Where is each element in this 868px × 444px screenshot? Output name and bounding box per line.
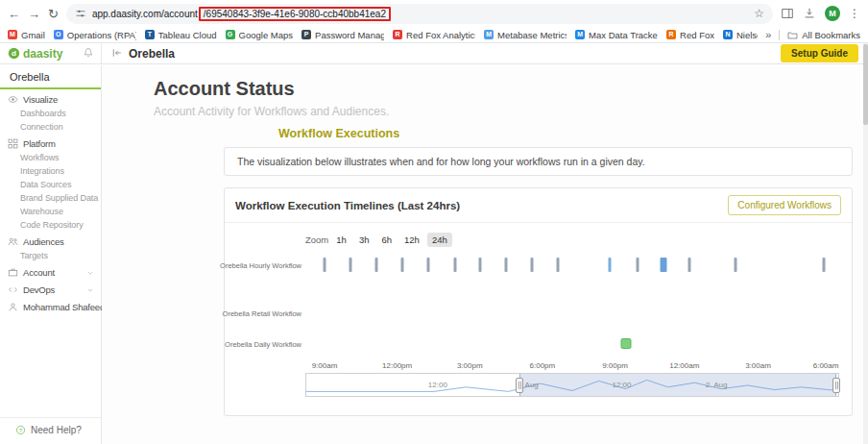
x-axis-label: 9:00pm: [602, 361, 628, 370]
hourly-run-mark: [734, 258, 736, 272]
sidebar-item-targets[interactable]: Targets: [0, 249, 101, 262]
profile-avatar[interactable]: M: [825, 6, 840, 21]
url-host: app.daasity.com/account: [92, 9, 198, 19]
zoom-button-1h[interactable]: 1h: [331, 233, 351, 247]
chevron-down-icon: [86, 269, 94, 277]
scrollbar-thumb[interactable]: [863, 44, 868, 125]
hourly-run-mark: [453, 258, 456, 272]
hourly-run-mark: [324, 258, 326, 272]
zoom-button-12h[interactable]: 12h: [399, 233, 424, 247]
sidebar-item-devops[interactable]: DevOps: [0, 280, 101, 297]
eye-icon: [8, 94, 18, 105]
bookmark-item-metabase-metrics-li[interactable]: MMetabase Metrics Li...: [484, 30, 567, 40]
page-heading: Account Status: [154, 78, 868, 100]
navigator-handle-left[interactable]: [516, 378, 523, 393]
forward-icon[interactable]: →: [28, 8, 40, 20]
configured-workflows-button[interactable]: Configured Workflows: [728, 195, 841, 215]
sidebar-item-connection[interactable]: Connection: [0, 120, 101, 134]
bookmark-label: Password Manager f...: [315, 30, 384, 40]
bookmark-star-icon[interactable]: ☆: [754, 7, 764, 20]
category-label-orebella-retail-workflow: Orebella Retail Workflow: [223, 309, 301, 318]
all-bookmarks-button[interactable]: All Bookmarks: [787, 30, 860, 40]
bookmark-label: Gmail: [21, 30, 45, 40]
bookmark-label: Operations (RPA) | T...: [67, 30, 136, 40]
hourly-run-mark: [608, 258, 611, 272]
reload-icon[interactable]: ↻: [48, 8, 59, 20]
sidebar-item-code-repository[interactable]: Code Repository: [0, 218, 101, 232]
download-icon[interactable]: [803, 7, 816, 20]
bookmark-item-max-data-tracker[interactable]: MMax Data Tracker -...: [575, 30, 658, 40]
sidebar-item-account[interactable]: Account: [0, 262, 101, 280]
zoom-button-3h[interactable]: 3h: [354, 233, 374, 247]
site-settings-icon[interactable]: [75, 8, 86, 19]
bookmark-favicon: P: [301, 30, 311, 39]
sidebar-item-workflows[interactable]: Workflows: [0, 151, 101, 164]
browser-toolbar: ← → ↻ app.daasity.com/account/69540843-3…: [0, 0, 868, 27]
navigator-handle-right[interactable]: [832, 378, 840, 393]
bookmark-item-tableau-cloud[interactable]: TTableau Cloud: [145, 30, 217, 40]
hourly-run-mark: [400, 258, 403, 272]
timeline-card-header: Workflow Execution Timelines (Last 24hrs…: [225, 188, 852, 223]
sidebar-item-mohammad-shafeeque[interactable]: Mohammad Shafeeque: [0, 297, 101, 314]
sidebar-item-platform[interactable]: Platform: [0, 134, 101, 151]
side-panel-icon[interactable]: [781, 7, 794, 20]
hourly-run-mark: [636, 258, 639, 272]
sidebar-group-label: Audiences: [23, 236, 64, 247]
hourly-run-mark: [687, 258, 690, 272]
category-label-orebella-daily-workflow: Orebella Daily Workflow: [225, 340, 301, 349]
users-icon: [8, 236, 18, 247]
bookmark-item-red-fox[interactable]: RRed Fox: [666, 30, 714, 40]
bookmark-favicon: T: [145, 30, 155, 39]
hourly-run-mark: [505, 258, 508, 272]
bookmark-favicon: R: [666, 30, 676, 39]
daasity-logo[interactable]: d daasity: [8, 47, 62, 61]
sidebar-item-dashboards[interactable]: Dashboards: [0, 107, 101, 120]
workflow-executions-section: Workflow Executions The visualization be…: [224, 127, 853, 416]
back-icon[interactable]: ←: [8, 8, 20, 20]
bookmark-item-google-maps[interactable]: GGoogle Maps: [226, 30, 294, 40]
url-text: app.daasity.com/account/69540843-3f9e-41…: [92, 7, 391, 21]
daasity-logo-mark: d: [8, 47, 20, 60]
sidebar-item-visualize[interactable]: Visualize: [0, 89, 101, 107]
bookmark-item-operations-rpa-t[interactable]: OOperations (RPA) | T...: [54, 30, 136, 40]
bookmark-label: Max Data Tracker -...: [589, 30, 658, 40]
navigator-selection[interactable]: [519, 374, 836, 396]
page-scrollbar[interactable]: [863, 43, 868, 444]
sidebar-item-data-sources[interactable]: Data Sources: [0, 178, 101, 191]
bookmark-item-red-fox-analytics[interactable]: RRed Fox Analytics: [393, 30, 475, 40]
collapse-sidebar-icon[interactable]: [111, 45, 123, 62]
x-axis-label: 9:00am: [312, 361, 338, 370]
sidebar-item-integrations[interactable]: Integrations: [0, 164, 101, 178]
address-bar[interactable]: app.daasity.com/account/69540843-3f9e-41…: [66, 4, 773, 24]
folder-icon: [787, 30, 798, 40]
bookmarks-overflow-icon[interactable]: »: [765, 29, 771, 40]
zoom-button-24h[interactable]: 24h: [427, 233, 452, 247]
notifications-bell-icon[interactable]: [83, 45, 94, 62]
briefcase-icon: [8, 267, 18, 278]
setup-guide-button[interactable]: Setup Guide: [781, 44, 858, 62]
navigator-axis-label: 12:00: [613, 381, 632, 389]
main-content: Account Status Account Activity for Work…: [102, 65, 868, 444]
need-help-button[interactable]: ? Need Help?: [0, 417, 101, 444]
sidebar-item-audiences[interactable]: Audiences: [0, 232, 101, 249]
x-axis-label: 6:00pm: [530, 361, 556, 370]
bookmark-item-gmail[interactable]: MGmail: [8, 30, 45, 40]
bookmark-item-nielseniq-discover[interactable]: NNielsenIQ Discover: [723, 30, 758, 40]
chart-navigator[interactable]: 12:001. Aug12:002. Aug: [305, 373, 839, 397]
divider: [779, 30, 780, 40]
sidebar-group-label: Mohammad Shafeeque: [23, 302, 114, 312]
daily-run-mark: [620, 338, 631, 349]
sidebar-item-warehouse[interactable]: Warehouse: [0, 205, 101, 218]
zoom-button-6h[interactable]: 6h: [376, 233, 397, 247]
menu-icon[interactable]: ⋮: [849, 7, 860, 20]
sidebar-account-name[interactable]: Orebella: [0, 65, 101, 89]
bookmark-item-password-manager-f[interactable]: PPassword Manager f...: [301, 30, 384, 40]
sidebar-item-brand-supplied-data[interactable]: Brand Supplied Data: [0, 191, 101, 205]
navigator-axis-label: 2. Aug: [706, 381, 728, 389]
bookmarks-list: MGmailOOperations (RPA) | T...TTableau C…: [8, 30, 758, 40]
bookmark-label: Tableau Cloud: [158, 30, 217, 40]
bookmark-favicon: O: [54, 30, 63, 39]
all-bookmarks-label: All Bookmarks: [802, 30, 860, 40]
toolbar-actions: M ⋮: [781, 6, 860, 21]
sidebar-group-label: Platform: [23, 138, 56, 149]
